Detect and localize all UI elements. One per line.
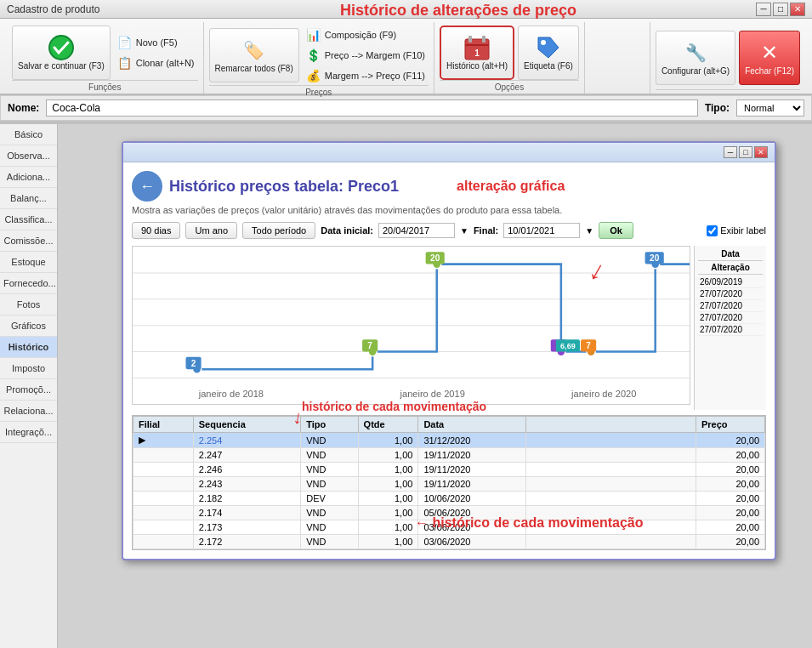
svg-point-0 [49, 36, 73, 60]
btn-90-dias[interactable]: 90 dias [132, 222, 180, 239]
sidebar-item-fotos[interactable]: Fotos [0, 294, 57, 315]
minimize-button[interactable]: ─ [756, 3, 771, 16]
modal-close-button[interactable]: ✕ [754, 146, 768, 158]
table-container[interactable]: Filial Sequencia Tipo Qtde Data Preço [132, 415, 766, 550]
margem-preco-icon: 💰 [306, 68, 321, 83]
remarcar-label: Remarcar todos (F8) [215, 64, 293, 74]
sidebar-item-observa[interactable]: Observa... [0, 145, 57, 167]
sidebar: Básico Observa... Adiciona... Balanç... … [0, 124, 58, 648]
table-row[interactable]: 2.174 VND 1,00 05/06/2020 20,00 [133, 506, 765, 520]
table-row[interactable]: 2.247 VND 1,00 19/11/2020 20,00 [133, 448, 765, 463]
data-inicial-label: Data inicial: [321, 225, 373, 236]
table-row[interactable]: 2.182 DEV 1,00 10/06/2020 20,00 [133, 492, 765, 506]
table-row[interactable]: ▶ 2.254 VND 1,00 31/12/2020 20,00 [133, 433, 765, 448]
nome-input[interactable] [46, 99, 698, 117]
action-buttons: 🔧 Configurar (alt+G) ✕ Fechar (F12) [656, 26, 800, 89]
etiqueta-button[interactable]: Etiqueta (F6) [518, 26, 579, 80]
table-row[interactable]: 2.243 VND 1,00 19/11/2020 20,00 [133, 477, 765, 492]
col-filial: Filial [133, 417, 194, 433]
sidebar-item-graficos[interactable]: Gráficos [0, 315, 57, 337]
cell-preco: 20,00 [696, 520, 764, 535]
cell-seq: 2.254 [193, 433, 300, 448]
opcoes-label: Opções [440, 80, 579, 92]
label-text-7: 20 [650, 253, 660, 263]
label-text-6: 7 [586, 341, 591, 350]
data-inicial-input[interactable] [378, 223, 455, 238]
cell-qtde: 1,00 [358, 448, 418, 463]
sidebar-item-comissoes[interactable]: Comissõe... [0, 230, 57, 252]
cell-data: 19/11/2020 [418, 463, 526, 477]
data-dropdown-icon[interactable]: ▼ [460, 226, 468, 236]
novo-button[interactable]: 📄 Novo (F5) [114, 33, 198, 52]
ribbon-group-precos: 🏷️ Remarcar todos (F8) 📊 Composição (F9)… [204, 22, 435, 94]
sidebar-item-promocoes[interactable]: Promoçõ... [0, 379, 57, 401]
tipo-select[interactable]: Normal [736, 99, 804, 117]
cell-tipo: VND [301, 433, 358, 448]
modal-maximize-button[interactable]: □ [739, 146, 752, 158]
historico-button[interactable]: 1 Histórico (alt+H) [440, 26, 514, 80]
novo-clonar-group: 📄 Novo (F5) 📋 Clonar (alt+N) [114, 33, 198, 72]
ribbon-group-funcoes: Salvar e continuar (F3) 📄 Novo (F5) 📋 Cl… [7, 22, 204, 94]
salvar-button[interactable]: Salvar e continuar (F3) [12, 26, 111, 80]
maximize-button[interactable]: □ [773, 3, 788, 16]
cell-preco: 20,00 [696, 535, 764, 549]
sidebar-item-imposto[interactable]: Imposto [0, 358, 57, 379]
configurar-button[interactable]: 🔧 Configurar (alt+G) [656, 31, 735, 85]
composicao-button[interactable]: 📊 Composição (F9) [303, 26, 429, 44]
remarcar-icon: 🏷️ [241, 37, 268, 64]
main-area: Básico Observa... Adiciona... Balanç... … [0, 124, 812, 648]
sidebar-item-basico[interactable]: Básico [0, 124, 57, 145]
composicao-group: 📊 Composição (F9) 💲 Preço --> Margem (F1… [303, 26, 429, 85]
right-panel-row-3: 27/07/2020 [698, 300, 763, 312]
clonar-button[interactable]: 📋 Clonar (alt+N) [114, 54, 198, 72]
sidebar-item-estoque[interactable]: Estoque [0, 252, 57, 273]
sidebar-item-balanca[interactable]: Balanç... [0, 188, 57, 209]
svg-point-6 [541, 40, 546, 45]
cell-spacer [525, 535, 696, 549]
btn-um-ano[interactable]: Um ano [185, 222, 237, 239]
precos-buttons: 🏷️ Remarcar todos (F8) 📊 Composição (F9)… [209, 26, 429, 85]
cell-tipo: DEV [301, 492, 358, 506]
table-row[interactable]: 2.172 VND 1,00 03/06/2020 20,00 [133, 535, 765, 549]
cell-data: 10/06/2020 [418, 492, 526, 506]
cell-arrow [133, 506, 194, 520]
data-table: Filial Sequencia Tipo Qtde Data Preço [133, 416, 765, 549]
modal-back-icon[interactable]: ← [132, 171, 162, 202]
margem-preco-label: Margem --> Preço (F11) [325, 71, 425, 81]
sidebar-item-integracoes[interactable]: Integraçõ... [0, 422, 57, 443]
right-panel-row-5: 27/07/2020 [698, 324, 763, 336]
sidebar-item-fornecedo[interactable]: Fornecedo... [0, 273, 57, 294]
composicao-label: Composição (F9) [325, 30, 396, 40]
btn-todo-periodo[interactable]: Todo período [242, 222, 315, 239]
right-panel-row-4: 27/07/2020 [698, 312, 763, 324]
table-row[interactable]: 2.173 VND 1,00 03/06/2020 20,00 [133, 520, 765, 535]
sidebar-item-relaciona[interactable]: Relaciona... [0, 401, 57, 422]
modal-minimize-button[interactable]: ─ [724, 146, 737, 158]
cell-tipo: VND [301, 448, 358, 463]
cell-tipo: VND [301, 477, 358, 492]
margem-preco-button[interactable]: 💰 Margem --> Preço (F11) [303, 66, 429, 85]
preco-margem-label: Preço --> Margem (F10) [325, 50, 425, 60]
exibir-label[interactable]: Exibir label [707, 225, 766, 236]
final-input[interactable] [503, 223, 580, 238]
preco-margem-button[interactable]: 💲 Preço --> Margem (F10) [303, 46, 429, 65]
exibir-checkbox[interactable] [707, 225, 718, 236]
cell-qtde: 1,00 [358, 433, 418, 448]
sidebar-item-adiciona[interactable]: Adiciona... [0, 167, 57, 188]
svg-rect-4 [465, 44, 489, 46]
fechar-label: Fechar (F12) [745, 66, 794, 77]
etiqueta-label: Etiqueta (F6) [524, 61, 573, 71]
sidebar-item-historico[interactable]: Histórico [0, 337, 57, 358]
sidebar-item-classifica[interactable]: Classifica... [0, 209, 57, 230]
close-button[interactable]: ✕ [790, 3, 805, 16]
label-text-3: 20 [430, 253, 440, 263]
cell-spacer [525, 433, 696, 448]
table-row[interactable]: 2.246 VND 1,00 19/11/2020 20,00 [133, 463, 765, 477]
chart-area: 2 7 20 7 [132, 246, 690, 405]
fechar-button[interactable]: ✕ Fechar (F12) [739, 31, 800, 85]
final-dropdown-icon[interactable]: ▼ [585, 226, 593, 236]
cell-data: 03/06/2020 [418, 520, 526, 535]
remarcar-button[interactable]: 🏷️ Remarcar todos (F8) [209, 28, 299, 82]
ok-button[interactable]: Ok [599, 222, 633, 239]
svg-rect-2 [468, 36, 472, 43]
